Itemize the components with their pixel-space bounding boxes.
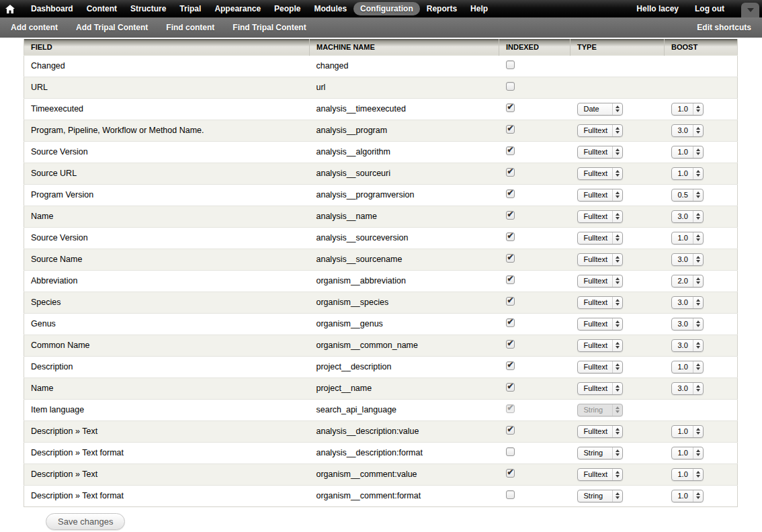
toolbar-item-content[interactable]: Content	[80, 2, 124, 15]
toolbar-item-reports[interactable]: Reports	[420, 2, 464, 15]
type-select[interactable]: String	[577, 447, 623, 459]
indexed-checkbox[interactable]	[506, 426, 515, 435]
indexed-checkbox[interactable]	[506, 146, 515, 155]
boost-select-value: 1.0	[672, 169, 693, 177]
indexed-checkbox[interactable]	[506, 103, 515, 112]
type-select[interactable]: Fulltext	[577, 318, 623, 330]
indexed-checkbox[interactable]	[506, 168, 515, 177]
shortcut-item-find-tripal-content[interactable]: Find Tripal Content	[232, 23, 306, 32]
type-select-value: Fulltext	[578, 277, 612, 285]
boost-select[interactable]: 3.0	[671, 124, 704, 137]
boost-select[interactable]: 3.0	[671, 296, 704, 309]
select-stepper-icon	[693, 103, 703, 115]
indexed-checkbox[interactable]	[506, 211, 515, 220]
indexed-checkbox[interactable]	[506, 447, 515, 456]
indexed-checkbox[interactable]	[506, 60, 515, 69]
machine-name: organism__abbreviation	[316, 276, 406, 285]
type-select[interactable]: Fulltext	[577, 167, 623, 180]
boost-select-value: 1.0	[672, 148, 693, 156]
shortcut-item-add-content[interactable]: Add content	[11, 23, 58, 32]
toolbar-item-tripal[interactable]: Tripal	[173, 2, 208, 15]
boost-select[interactable]: 1.0	[671, 447, 704, 459]
shortcut-items: Add contentAdd Tripal ContentFind conten…	[11, 23, 306, 32]
toolbar-item-appearance[interactable]: Appearance	[208, 2, 267, 15]
toolbar-item-people[interactable]: People	[267, 2, 307, 15]
boost-select[interactable]: 1.0	[671, 490, 704, 502]
select-stepper-icon	[612, 318, 622, 330]
indexed-checkbox[interactable]	[506, 490, 515, 499]
boost-select[interactable]: 3.0	[671, 253, 704, 266]
field-label: Changed	[31, 61, 65, 71]
boost-select[interactable]: 3.0	[671, 210, 704, 223]
boost-select[interactable]: 1.0	[671, 146, 704, 159]
type-select[interactable]: Fulltext	[577, 124, 623, 137]
indexed-checkbox[interactable]	[506, 232, 515, 241]
save-button[interactable]: Save changes	[46, 513, 125, 530]
shortcut-item-add-tripal-content[interactable]: Add Tripal Content	[76, 23, 148, 32]
type-select[interactable]: Fulltext	[577, 468, 623, 481]
home-button[interactable]	[5, 5, 15, 13]
boost-select[interactable]: 1.0	[671, 232, 704, 245]
boost-select[interactable]: 0.5	[671, 189, 704, 202]
logout-link[interactable]: Log out	[687, 2, 732, 15]
type-select[interactable]: Fulltext	[577, 232, 623, 245]
boost-select[interactable]: 3.0	[671, 339, 704, 352]
shortcut-item-find-content[interactable]: Find content	[166, 23, 214, 32]
boost-select[interactable]: 1.0	[671, 425, 704, 438]
toolbar-toggle-button[interactable]	[741, 3, 759, 17]
type-select-value: Fulltext	[578, 191, 612, 199]
type-select[interactable]: Fulltext	[577, 253, 623, 266]
boost-select-value: 1.0	[672, 470, 693, 478]
boost-select[interactable]: 1.0	[671, 167, 704, 180]
indexed-checkbox[interactable]	[506, 125, 515, 134]
select-stepper-icon	[612, 297, 622, 308]
type-select-value: String	[578, 492, 612, 500]
indexed-checkbox[interactable]	[506, 318, 515, 327]
table-row: Item language search_api_language String	[24, 399, 738, 420]
indexed-checkbox[interactable]	[506, 340, 515, 349]
type-select-value: Fulltext	[578, 126, 612, 134]
type-select[interactable]: String	[577, 490, 623, 502]
type-select-value: Fulltext	[578, 320, 612, 328]
user-greeting-link[interactable]: Hello lacey	[628, 2, 687, 15]
indexed-checkbox[interactable]	[506, 469, 515, 478]
toolbar-item-help[interactable]: Help	[464, 2, 495, 15]
boost-select[interactable]: 1.0	[671, 468, 704, 481]
indexed-checkbox[interactable]	[506, 297, 515, 306]
field-label: Source URL	[31, 169, 77, 178]
indexed-checkbox[interactable]	[506, 82, 515, 91]
type-select[interactable]: Fulltext	[577, 189, 623, 202]
boost-select[interactable]: 3.0	[671, 318, 704, 330]
type-select[interactable]: Fulltext	[577, 146, 623, 159]
boost-select[interactable]: 1.0	[671, 103, 704, 116]
toolbar-item-configuration[interactable]: Configuration	[353, 2, 420, 15]
toolbar-right: Hello lacey Log out	[628, 2, 755, 15]
boost-select-value: 3.0	[672, 384, 693, 392]
boost-select[interactable]: 3.0	[671, 382, 704, 395]
table-row: Source Name analysis__sourcename Fulltex…	[24, 249, 738, 270]
type-select[interactable]: Date	[577, 103, 623, 116]
indexed-checkbox[interactable]	[506, 189, 515, 198]
fields-table-body: Changed changed URL url Timeexecuted ana…	[24, 55, 738, 506]
type-select[interactable]: Fulltext	[577, 275, 623, 287]
type-select[interactable]: Fulltext	[577, 382, 623, 395]
indexed-checkbox[interactable]	[506, 275, 515, 284]
type-select[interactable]: Fulltext	[577, 339, 623, 352]
toolbar-menu: DashboardContentStructureTripalAppearanc…	[24, 2, 495, 15]
indexed-checkbox[interactable]	[506, 254, 515, 263]
admin-toolbar: DashboardContentStructureTripalAppearanc…	[0, 0, 762, 17]
indexed-checkbox[interactable]	[506, 383, 515, 392]
type-select[interactable]: Fulltext	[577, 425, 623, 438]
toolbar-item-modules[interactable]: Modules	[307, 2, 353, 15]
type-select[interactable]: Fulltext	[577, 361, 623, 373]
boost-select[interactable]: 2.0	[671, 275, 704, 287]
type-select[interactable]: Fulltext	[577, 210, 623, 223]
toolbar-item-structure[interactable]: Structure	[124, 2, 173, 15]
type-select-value: Fulltext	[578, 212, 612, 220]
edit-shortcuts-link[interactable]: Edit shortcuts	[697, 23, 751, 32]
toolbar-item-dashboard[interactable]: Dashboard	[24, 2, 80, 15]
type-select-value: Date	[578, 105, 612, 113]
type-select[interactable]: Fulltext	[577, 296, 623, 309]
boost-select[interactable]: 1.0	[671, 361, 704, 373]
indexed-checkbox[interactable]	[506, 361, 515, 370]
